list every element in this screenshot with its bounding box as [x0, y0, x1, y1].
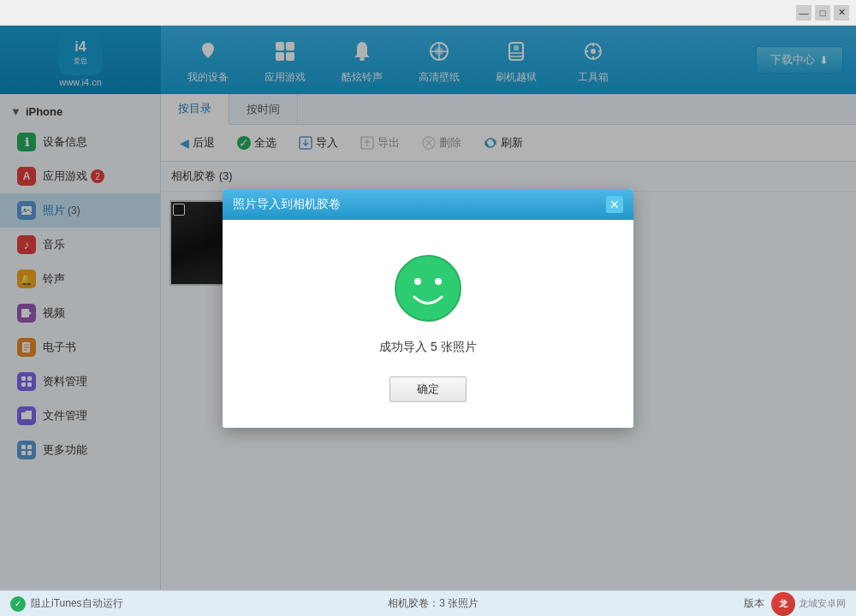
status-icon: ✓ [10, 596, 26, 612]
dialog-titlebar: 照片导入到相机胶卷 ✕ [223, 189, 633, 220]
svg-point-40 [395, 256, 461, 321]
dialog-title: 照片导入到相机胶卷 [233, 197, 341, 212]
dialog-close-button[interactable]: ✕ [606, 196, 623, 213]
svg-point-41 [414, 278, 421, 285]
minimize-button[interactable]: — [796, 5, 811, 21]
titlebar: — □ ✕ [0, 0, 856, 26]
watermark-logo: 龙 [771, 592, 795, 616]
smiley-icon [394, 254, 462, 323]
statusbar-center: 相机胶卷：3 张照片 [388, 596, 479, 611]
maximize-button[interactable]: □ [815, 5, 830, 21]
svg-point-42 [435, 278, 442, 285]
dialog-body: 成功导入 5 张照片 确定 [223, 220, 633, 428]
close-button[interactable]: ✕ [834, 5, 849, 21]
statusbar: ✓ 阻止iTunes自动运行 相机胶卷：3 张照片 版本 龙 龙城安卓网 [0, 590, 856, 616]
dialog-overlay: 照片导入到相机胶卷 ✕ 成功导入 5 张照片 确定 [0, 26, 856, 590]
watermark: 龙 龙城安卓网 [771, 592, 846, 616]
statusbar-right: 版本 龙 龙城安卓网 [744, 592, 846, 616]
statusbar-left-text: 阻止iTunes自动运行 [31, 596, 123, 611]
watermark-text: 龙城安卓网 [799, 597, 846, 610]
success-message: 成功导入 5 张照片 [379, 340, 477, 355]
statusbar-left: ✓ 阻止iTunes自动运行 [10, 596, 123, 612]
statusbar-right-text: 版本 [744, 596, 764, 611]
dialog: 照片导入到相机胶卷 ✕ 成功导入 5 张照片 确定 [223, 189, 633, 428]
confirm-button[interactable]: 确定 [389, 376, 467, 402]
